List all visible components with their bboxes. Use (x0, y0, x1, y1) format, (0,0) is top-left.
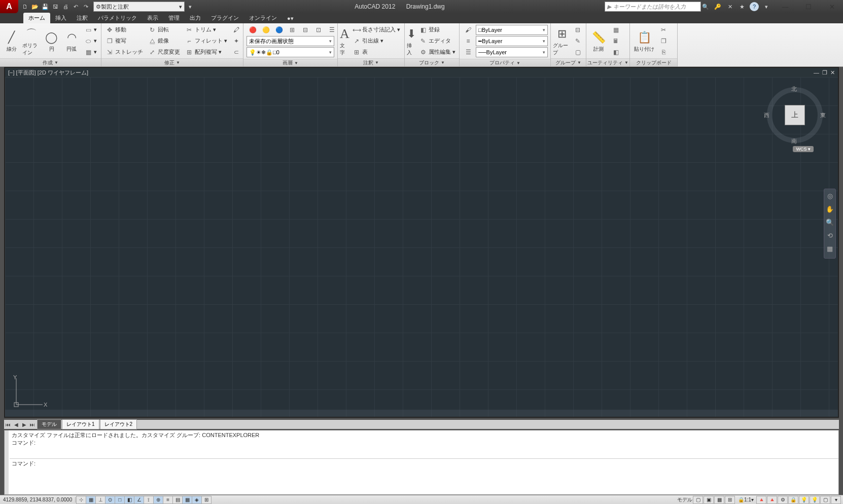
layers-tool-4[interactable]: ⊞ (286, 25, 298, 35)
workspace-dropdown[interactable]: ⚙ 製図と注釈 ▾ (93, 2, 185, 12)
anno-auto-toggle[interactable]: 🔺 (767, 496, 777, 504)
help-dd-icon[interactable]: ▾ (762, 2, 771, 11)
panel-draw-title[interactable]: 作成▼ (0, 58, 101, 66)
select-all-button[interactable]: ▦ (610, 25, 622, 35)
circle-button[interactable]: ◯円 (42, 25, 61, 57)
match-prop-button[interactable]: 🖌 (462, 25, 474, 35)
panel-modify-title[interactable]: 修正▼ (101, 58, 243, 66)
block-create-button[interactable]: ◧登録 (417, 25, 458, 35)
paste-button[interactable]: 📋貼り付け (632, 25, 656, 57)
signin-icon[interactable]: 🔑 (713, 2, 722, 11)
layers-tool-3[interactable]: 🔵 (273, 25, 285, 35)
viewcube-top-face[interactable]: 上 (785, 105, 805, 125)
scale-button[interactable]: ⤢尺度変更 (146, 47, 182, 57)
command-input[interactable]: コマンド: (10, 459, 838, 468)
tab-view[interactable]: 表示 (142, 13, 163, 23)
layout-tab-model[interactable]: モデル (37, 419, 61, 429)
panel-properties-title[interactable]: プロパティ▼ (460, 59, 550, 66)
array-button[interactable]: ⊞配列複写 ▾ (183, 47, 229, 57)
arc-button[interactable]: ◠円弧 (62, 25, 82, 57)
workspace-switch[interactable]: ⚙ (778, 496, 788, 504)
nav-showmotion-icon[interactable]: ▦ (825, 245, 834, 255)
ducs-toggle[interactable]: ⟟ (144, 496, 154, 504)
ortho-toggle[interactable]: ⊥ (95, 496, 106, 504)
exchange-icon[interactable]: ✕ (725, 2, 734, 11)
viewport-minimize-icon[interactable]: — (814, 69, 819, 76)
quickview-drawings[interactable]: ⊞ (725, 496, 735, 504)
ellipse-button[interactable]: ⬭▾ (82, 36, 99, 46)
saveas-icon[interactable]: 🖫 (51, 2, 60, 11)
anno-scale-display[interactable]: 🔒1:1▾ (736, 497, 756, 502)
quickcalc-button[interactable]: 🖩 (610, 36, 622, 46)
toolbar-lock[interactable]: 🔒 (788, 496, 798, 504)
text-button[interactable]: A文字 (340, 25, 349, 57)
sc-toggle[interactable]: ◈ (192, 496, 202, 504)
plot-icon[interactable]: 🖨 (61, 2, 70, 11)
polyline-button[interactable]: ⌒ポリライン (22, 25, 42, 57)
tab-output[interactable]: 出力 (185, 13, 206, 23)
tab-express[interactable]: ●▾ (282, 14, 299, 23)
table-button[interactable]: ⊞表 (350, 47, 402, 57)
lineweight-dropdown[interactable]: ━ ByLayer▾ (476, 36, 548, 46)
layout-tab-2[interactable]: レイアウト2 (100, 419, 137, 429)
isolate-objects[interactable]: 💡 (810, 496, 820, 504)
h-scrollbar[interactable] (5, 410, 838, 417)
copy-button[interactable]: ❐複写 (103, 36, 145, 46)
tab-manage[interactable]: 管理 (163, 13, 185, 23)
status-tray-more[interactable]: ▾ (831, 496, 841, 504)
measure-button[interactable]: 📏計測 (588, 25, 609, 57)
coordinates-display[interactable]: 4129.8859, 2134.8337, 0.0000 (0, 497, 76, 502)
trim-button[interactable]: ✂トリム ▾ (183, 25, 229, 35)
move-button[interactable]: ✥移動 (103, 25, 145, 35)
insert-block-button[interactable]: ⬇挿入 (407, 25, 416, 57)
offset-button[interactable]: ⊂ (230, 47, 242, 57)
redo-icon[interactable]: ↷ (81, 2, 90, 11)
otrack-toggle[interactable]: ∠ (134, 496, 144, 504)
erase-button[interactable]: 🖍 (230, 25, 242, 35)
rotate-button[interactable]: ↻回転 (146, 25, 182, 35)
layer-state-dropdown[interactable]: 未保存の画層状態▾ (247, 36, 334, 46)
group-button[interactable]: ⊞グループ (553, 25, 571, 57)
open-icon[interactable]: 📂 (30, 2, 40, 11)
undo-icon[interactable]: ↶ (71, 2, 80, 11)
attedit-button[interactable]: ⚙属性編集 ▾ (417, 47, 458, 57)
nav-wheel-icon[interactable]: ◎ (825, 192, 834, 202)
wcs-badge[interactable]: WCS ▾ (793, 146, 814, 152)
tab-online[interactable]: オンライン (244, 13, 282, 23)
list-button[interactable]: ☰ (462, 47, 474, 57)
layout-next-icon[interactable]: ▶ (20, 422, 28, 427)
polar-toggle[interactable]: ⊙ (105, 496, 115, 504)
panel-utilities-title[interactable]: ユーティリティ▼ (586, 58, 629, 66)
panel-annotation-title[interactable]: 注釈▼ (338, 58, 404, 66)
layer-manager-button[interactable]: ☰ (326, 25, 338, 35)
layers-tool-5[interactable]: ⊟ (299, 25, 311, 35)
dim-linear-button[interactable]: ⟷長さ寸法記入 ▾ (350, 25, 402, 35)
command-window-grip[interactable] (5, 430, 9, 494)
close-button[interactable]: ✕ (821, 1, 843, 12)
group-edit-button[interactable]: ✎ (572, 36, 584, 46)
sr-btn-1[interactable]: ▢ (693, 496, 703, 504)
clip-tool-3[interactable]: ⎘ (657, 47, 670, 57)
search-input[interactable]: ▶ キーワードまたは語句を入力 (605, 2, 701, 12)
rectangle-button[interactable]: ▭▾ (82, 25, 99, 35)
viewcube-south[interactable]: 南 (791, 137, 797, 145)
line-button[interactable]: ╱線分 (2, 25, 21, 57)
stretch-button[interactable]: ⇲ストレッチ (103, 47, 145, 57)
new-icon[interactable]: 🗋 (20, 2, 29, 11)
layout-first-icon[interactable]: ⏮ (4, 422, 12, 427)
layout-tab-1[interactable]: レイアウト1 (62, 419, 99, 429)
viewcube-west[interactable]: 西 (764, 112, 769, 119)
viewcube[interactable]: 上 北 南 東 西 (767, 87, 823, 143)
prop-tool-2[interactable]: ≡ (462, 36, 474, 46)
viewport-close-icon[interactable]: ✕ (830, 69, 835, 76)
tab-plugins[interactable]: プラグイン (206, 13, 244, 23)
util-tool-3[interactable]: ◧ (610, 47, 622, 57)
anno-vis-toggle[interactable]: 🔺 (756, 496, 766, 504)
color-dropdown[interactable]: □ ByLayer▾ (476, 25, 548, 35)
qp-toggle[interactable]: ▦ (182, 496, 192, 504)
am-toggle[interactable]: ⊞ (201, 496, 212, 504)
viewcube-east[interactable]: 東 (820, 112, 826, 119)
layout-last-icon[interactable]: ⏭ (28, 422, 37, 427)
quickview-layouts[interactable]: ▦ (714, 496, 724, 504)
help-icon[interactable]: ? (750, 2, 759, 11)
